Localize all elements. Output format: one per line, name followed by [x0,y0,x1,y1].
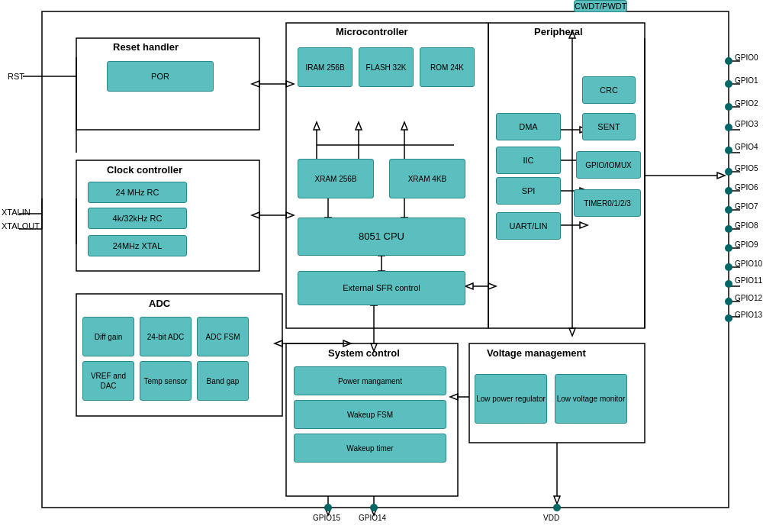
cwdt-block: CWDT/PWDT [574,0,627,12]
gpio10-dot [725,263,732,271]
svg-marker-22 [275,340,282,347]
gpio7-dot [725,206,732,214]
gpio3-dot [725,124,732,131]
adc-fsm: ADC FSM [197,317,249,356]
svg-marker-20 [286,212,294,218]
svg-marker-63 [580,222,588,228]
sfr-block: External SFR control [298,271,465,305]
por-block: POR [107,61,214,92]
svg-marker-48 [488,283,496,289]
clock-4k-rc: 4k/32kHz RC [88,208,187,229]
cpu-block: 8051 CPU [298,218,465,256]
gpio10-label: GPIO10 [735,260,762,268]
gpio8-label: GPIO8 [735,221,758,230]
gpio4-label: GPIO4 [735,143,758,151]
block-diagram: RST XTALIN XTALOUT Reset handler POR Clo… [0,0,763,532]
microcontroller-title: Microcontroller [336,26,408,37]
xram256-block: XRAM 256B [298,159,374,198]
spi-block: SPI [496,177,561,205]
gpio9-label: GPIO9 [735,240,758,249]
svg-marker-16 [252,81,259,87]
iic-block: IIC [496,147,561,174]
vdd-dot [553,504,561,511]
rom-block: ROM 24K [420,47,475,87]
svg-marker-73 [450,394,458,400]
gpio7-label: GPIO7 [735,202,758,211]
clock-controller-title: Clock controller [107,164,182,176]
svg-marker-47 [465,283,473,289]
voltage-management-title: Voltage management [487,347,586,359]
gpio9-dot [725,244,732,252]
low-power-reg-block: Low power regulator [475,374,547,424]
system-control-title: System control [328,347,400,359]
adc-diff-gain: Diff gain [82,317,134,356]
clock-24mhz-xtal: 24MHz XTAL [88,235,187,256]
vdd-label: VDD [543,514,559,522]
gpio15-dot [324,504,332,511]
xtalin-label: XTALIN [2,208,31,217]
gpio14-label: GPIO14 [359,514,386,522]
svg-marker-32 [401,122,407,130]
wakeup-fsm-block: Wakeup FSM [294,400,446,429]
clock-24mhz-rc: 24 MHz RC [88,182,187,203]
xtalout-label: XTALOUT [2,221,40,231]
gpio5-dot [725,168,732,176]
gpio1-label: GPIO1 [735,76,758,85]
svg-marker-51 [569,328,575,336]
gpio13-dot [725,314,732,322]
gpio2-dot [725,103,732,111]
svg-marker-26 [314,122,320,130]
svg-marker-23 [343,340,351,347]
adc-vref: VREF and DAC [82,361,134,401]
dma-block: DMA [496,113,561,140]
iram-block: IRAM 256B [298,47,353,87]
gpio14-dot [370,504,378,511]
power-mgmt-block: Power mangament [294,366,446,395]
gpio8-dot [725,225,732,233]
svg-marker-29 [356,122,362,130]
gpio6-dot [725,187,732,195]
gpio2-label: GPIO2 [735,99,758,108]
uart-block: UART/LIN [496,212,561,240]
wakeup-timer-block: Wakeup timer [294,434,446,463]
xram4kb-block: XRAM 4KB [389,159,465,198]
gpio15-label: GPIO15 [313,514,340,522]
sent-block: SENT [582,113,636,140]
gpio11-dot [725,280,732,288]
adc-24bit: 24-bit ADC [140,317,192,356]
svg-marker-67 [554,496,560,504]
gpio12-label: GPIO12 [735,294,762,302]
svg-marker-17 [286,81,294,87]
timer-block: TIMER0/1/2/3 [574,189,641,217]
rst-label: RST [8,72,24,81]
low-voltage-mon-block: Low voltage monitor [555,374,627,424]
adc-bandgap: Band gap [197,361,249,401]
svg-marker-65 [717,172,725,179]
gpio1-dot [725,80,732,88]
adc-temp: Temp sensor [140,361,192,401]
gpio13-label: GPIO13 [735,311,762,319]
gpio0-dot [725,57,732,65]
svg-marker-19 [252,212,259,218]
gpio12-dot [725,298,732,305]
gpio5-label: GPIO5 [735,164,758,172]
gpio11-label: GPIO11 [735,276,762,285]
reset-handler-title: Reset handler [113,41,179,53]
flash-block: FLASH 32K [359,47,414,87]
gpio-iomux-block: GPIO/IOMUX [576,151,641,179]
peripheral-title: Peripheral [534,26,583,37]
crc-block: CRC [582,76,636,104]
gpio3-label: GPIO3 [735,120,758,128]
gpio0-label: GPIO0 [735,53,758,62]
gpio4-dot [725,147,732,154]
gpio6-label: GPIO6 [735,183,758,192]
adc-title: ADC [149,298,170,309]
